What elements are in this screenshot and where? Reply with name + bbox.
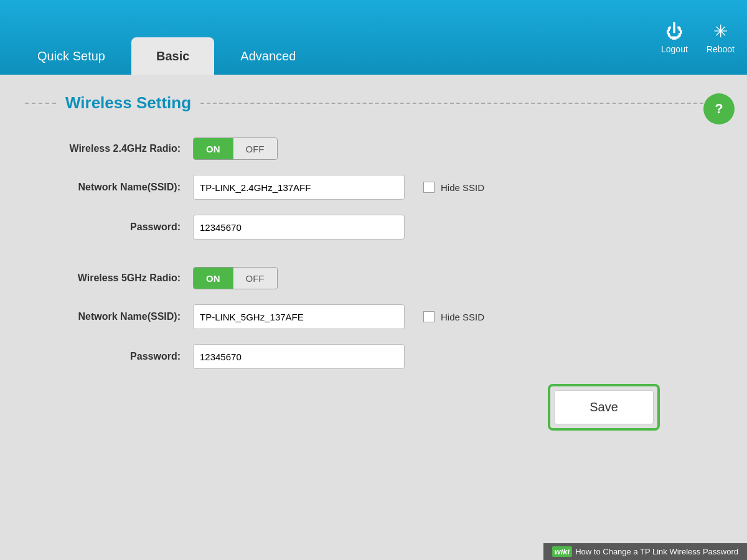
divider-left — [25, 103, 56, 104]
reboot-button[interactable]: ✳ Reboot — [707, 21, 735, 54]
nav-tabs: Quick Setup Basic Advanced — [0, 0, 322, 75]
wireless-5-ssid-label: Network Name(SSID): — [37, 311, 181, 322]
wireless-5-radio-group: Wireless 5GHz Radio: ON OFF — [37, 267, 710, 289]
save-button-highlight: Save — [548, 384, 660, 431]
wireless-5-hide-ssid-group: Hide SSID — [423, 311, 484, 322]
advanced-label: Advanced — [240, 49, 296, 63]
nav-bar: Quick Setup Basic Advanced ⏻ Logout ✳ Re… — [0, 0, 747, 75]
tab-basic[interactable]: Basic — [131, 37, 214, 75]
nav-actions: ⏻ Logout ✳ Reboot — [661, 21, 735, 54]
wireless-5-off-btn[interactable]: OFF — [233, 268, 277, 289]
basic-label: Basic — [156, 49, 189, 63]
save-button[interactable]: Save — [554, 390, 654, 424]
wireless-24-hide-ssid-checkbox[interactable] — [423, 182, 435, 193]
section-title: Wireless Setting — [65, 93, 191, 113]
wireless-5-ssid-input[interactable] — [193, 304, 405, 329]
quick-setup-label: Quick Setup — [37, 49, 105, 63]
wireless-24-toggle[interactable]: ON OFF — [193, 138, 278, 160]
reboot-icon: ✳ — [713, 21, 728, 42]
wireless-5-password-label: Password: — [37, 351, 181, 362]
divider-right — [200, 103, 722, 104]
section-header: Wireless Setting — [25, 93, 722, 113]
wireless-24-password-input[interactable] — [193, 215, 405, 240]
wireless-5-toggle[interactable]: ON OFF — [193, 267, 278, 289]
wireless-5-password-input[interactable] — [193, 344, 405, 369]
wireless-24-password-group: Password: — [37, 215, 710, 240]
logout-button[interactable]: ⏻ Logout — [661, 21, 688, 54]
wireless-5-hide-ssid-checkbox[interactable] — [423, 311, 435, 322]
wireless-24-hide-ssid-group: Hide SSID — [423, 182, 484, 193]
reboot-label: Reboot — [707, 44, 735, 54]
save-button-wrapper: Save — [37, 384, 660, 431]
save-button-label: Save — [590, 400, 618, 414]
wireless-24-password-label: Password: — [37, 222, 181, 233]
wireless-24-off-btn[interactable]: OFF — [233, 138, 277, 159]
wireless-5-hide-ssid-label: Hide SSID — [441, 312, 484, 322]
wireless-24-hide-ssid-label: Hide SSID — [441, 182, 484, 193]
form-section: Wireless 2.4GHz Radio: ON OFF Network Na… — [25, 131, 722, 449]
separator — [37, 254, 710, 267]
wireless-24-on-btn[interactable]: ON — [194, 138, 233, 159]
wireless-24-ssid-input[interactable] — [193, 175, 405, 200]
section-header-wrapper: Wireless Setting ? — [25, 93, 722, 113]
wiki-watermark: wiki How to Change a TP Link Wireless Pa… — [543, 543, 747, 560]
wireless-24-radio-label: Wireless 2.4GHz Radio: — [37, 143, 181, 154]
wireless-5-password-group: Password: — [37, 344, 710, 369]
wireless-5-on-btn[interactable]: ON — [194, 268, 233, 289]
main-content: Wireless Setting ? Wireless 2.4GHz Radio… — [0, 75, 747, 560]
tab-advanced[interactable]: Advanced — [215, 37, 321, 75]
logout-label: Logout — [661, 44, 688, 54]
wiki-logo: wiki — [552, 547, 573, 556]
wireless-24-radio-group: Wireless 2.4GHz Radio: ON OFF — [37, 138, 710, 160]
logout-icon: ⏻ — [665, 21, 683, 42]
wireless-24-ssid-group: Network Name(SSID): Hide SSID — [37, 175, 710, 200]
wireless-5-radio-label: Wireless 5GHz Radio: — [37, 273, 181, 284]
help-badge[interactable]: ? — [703, 93, 735, 124]
wireless-5-ssid-group: Network Name(SSID): Hide SSID — [37, 304, 710, 329]
wiki-text: How to Change a TP Link Wireless Passwor… — [575, 547, 738, 556]
tab-quick-setup[interactable]: Quick Setup — [12, 37, 130, 75]
wireless-24-ssid-label: Network Name(SSID): — [37, 182, 181, 193]
